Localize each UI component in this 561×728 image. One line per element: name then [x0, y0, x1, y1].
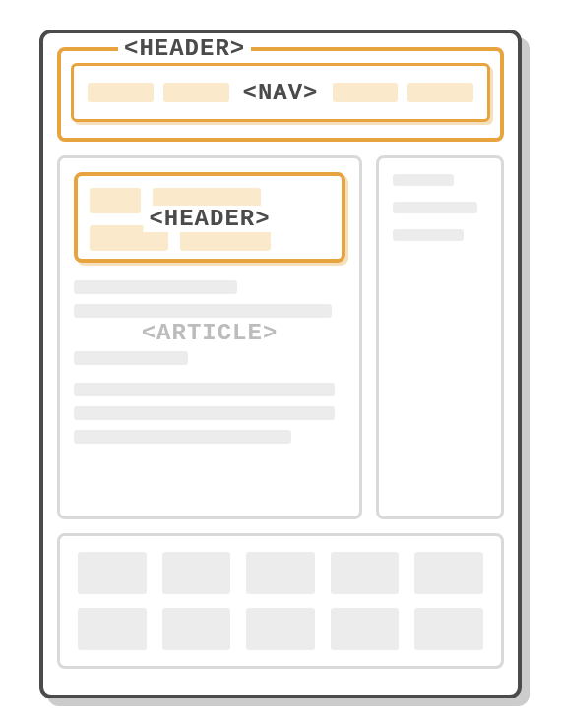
footer-cell-placeholder — [246, 608, 315, 650]
nav-item-placeholder — [407, 83, 473, 102]
footer-cell-placeholder — [78, 552, 147, 594]
footer-cell-placeholder — [78, 608, 147, 650]
footer-cell-placeholder — [162, 552, 231, 594]
text-line-placeholder — [74, 430, 291, 444]
text-line-placeholder — [74, 280, 237, 294]
article-region: <HEADER> <ARTICLE> — [57, 155, 362, 519]
article-header-region: <HEADER> — [74, 172, 345, 263]
site-header-region: <HEADER> <NAV> — [57, 47, 504, 142]
text-line-placeholder — [74, 351, 188, 365]
text-line-placeholder — [74, 383, 335, 396]
footer-cell-placeholder — [331, 552, 400, 594]
nav-item-placeholder — [163, 83, 229, 102]
footer-cell-placeholder — [246, 552, 315, 594]
text-line-placeholder — [74, 304, 332, 318]
text-line-placeholder — [74, 406, 335, 420]
footer-cell-placeholder — [331, 608, 400, 650]
footer-cell-placeholder — [414, 552, 483, 594]
nav-tag-label: <NAV> — [239, 80, 323, 106]
header-tag-label: <HEADER> — [118, 35, 251, 62]
article-header-block — [90, 188, 141, 213]
footer-region — [57, 533, 504, 669]
footer-cell-placeholder — [162, 608, 231, 650]
aside-line-placeholder — [393, 229, 464, 241]
nav-item-placeholder — [88, 83, 154, 102]
nav-region: <NAV> — [71, 63, 490, 122]
page-wireframe: <HEADER> <NAV> <HEADER> <ARTICLE> — [39, 30, 522, 698]
article-header-tag-label: <HEADER> — [143, 206, 276, 232]
aside-line-placeholder — [393, 202, 477, 213]
aside-line-placeholder — [393, 174, 454, 186]
article-tag-label: <ARTICLE> — [136, 320, 284, 346]
article-label-row: <ARTICLE> — [74, 328, 345, 341]
nav-item-placeholder — [333, 83, 399, 102]
aside-region — [376, 155, 504, 519]
main-row: <HEADER> <ARTICLE> — [57, 155, 504, 519]
footer-cell-placeholder — [414, 608, 483, 650]
